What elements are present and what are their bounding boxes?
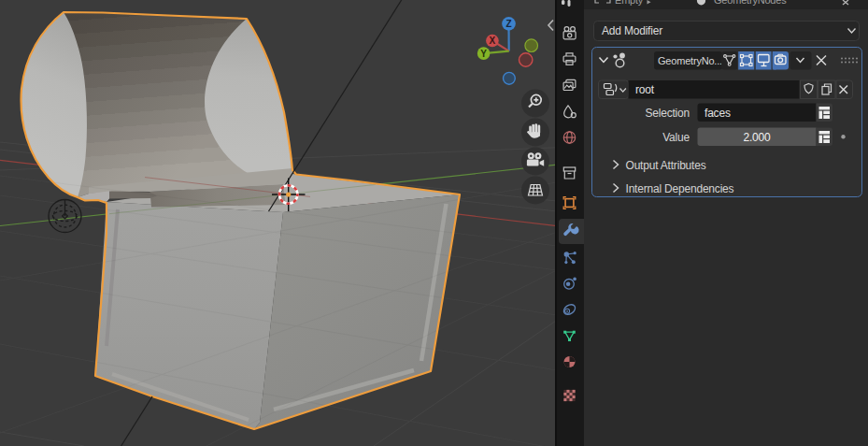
svg-text:Z: Z xyxy=(505,19,511,29)
svg-text:Value: Value xyxy=(662,131,690,144)
svg-text:2.000: 2.000 xyxy=(743,131,771,144)
svg-text:root: root xyxy=(635,83,655,96)
svg-text:X: X xyxy=(490,36,496,46)
svg-text:GeometryNo...: GeometryNo... xyxy=(658,55,722,66)
svg-text:Output Attributes: Output Attributes xyxy=(626,159,706,172)
svg-text:Empty: Empty xyxy=(615,0,644,6)
svg-text:Add Modifier: Add Modifier xyxy=(602,24,662,37)
svg-text:Selection: Selection xyxy=(645,107,690,120)
svg-text:Y: Y xyxy=(480,49,487,59)
svg-text:GeometryNodes: GeometryNodes xyxy=(714,0,787,6)
svg-text:Internal Dependencies: Internal Dependencies xyxy=(626,182,734,195)
svg-text:faces: faces xyxy=(704,107,731,120)
